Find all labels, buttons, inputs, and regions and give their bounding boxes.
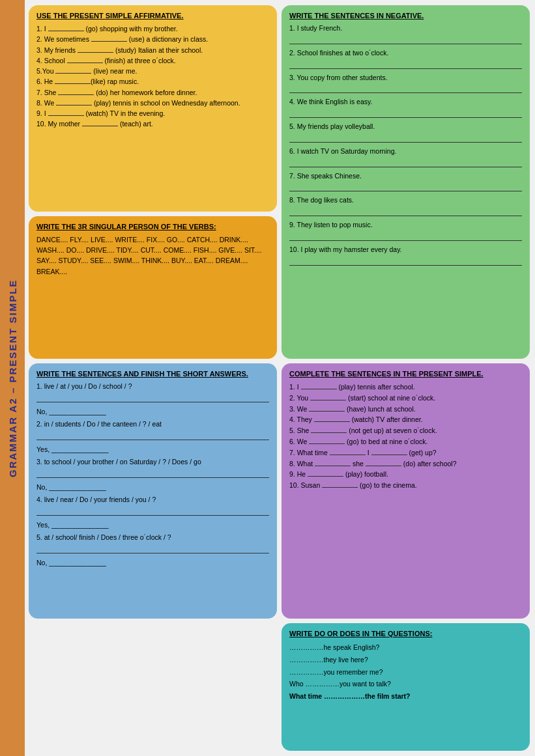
list-item: 1. I study French. (289, 23, 522, 34)
list-item: 2. School finishes at two o´clock. (289, 48, 522, 59)
answer-line (289, 232, 522, 241)
answer-line (36, 469, 269, 478)
list-item: 6. I watch TV on Saturday morning. (289, 147, 522, 157)
main-content: USE THE PRESENT SIMPLE AFFIRMATIVE. 1. I… (25, 0, 535, 756)
card-negative-title: WRITE THE SENTENCES IN NEGATIVE. (289, 12, 522, 20)
short-answer: Yes, _______________ (36, 520, 269, 530)
list-item: 2. We sometimes (use) a dictionary in cl… (36, 34, 269, 44)
list-item: 5. My friends play volleyball. (289, 122, 522, 132)
card-short-answers-title: WRITE THE SENTENCES AND FINISH THE SHORT… (36, 370, 269, 378)
list-item: 1. I (play) tennis after school. (289, 382, 522, 393)
answer-line (289, 35, 522, 44)
card-affirmative-title: USE THE PRESENT SIMPLE AFFIRMATIVE. (36, 12, 269, 20)
list-item: What time ………………the film start? (289, 690, 522, 703)
list-item: 7. She speaks Chinese. (289, 171, 522, 182)
card-short-answers: WRITE THE SENTENCES AND FINISH THE SHORT… (29, 363, 277, 619)
list-item: 7. What time I (get) up? (289, 447, 522, 458)
list-item: Who ……………you want to talk? (289, 678, 522, 690)
card-do-does-title: WRITE DO OR DOES IN THE QUESTIONS: (289, 630, 522, 637)
short-answer: Yes, _______________ (36, 444, 269, 455)
answer-line (289, 60, 522, 69)
list-item: 7. She (do) her homework before dinner. (36, 87, 269, 98)
list-item: 3. We (have) lunch at school. (289, 404, 522, 415)
short-answer: No, _______________ (36, 557, 269, 568)
list-item: 3. My friends (study) Italian at their s… (36, 45, 269, 55)
list-item: 6. We (go) to bed at nine o´clock. (289, 436, 522, 447)
list-item: 5.You (live) near me. (36, 66, 269, 76)
list-item: 10. My mother (teach) art. (36, 119, 269, 129)
list-item: 3. You copy from other students. (289, 73, 522, 83)
list-item: 10. I play with my hamster every day. (289, 245, 522, 255)
list-item: 8. What she (do) after school? (289, 458, 522, 469)
answer-line (289, 84, 522, 93)
list-item: 9. They listen to pop music. (289, 220, 522, 231)
card-verbs: WRITE THE 3R SINGULAR PERSON OF THE VERB… (29, 216, 277, 359)
list-item: 4. They (watch) TV after dinner. (289, 414, 522, 425)
list-item: 2. in / students / Do / the canteen / ? … (36, 419, 269, 430)
answer-line (289, 158, 522, 167)
card-do-does: WRITE DO OR DOES IN THE QUESTIONS: ……………… (282, 623, 530, 751)
answer-line (36, 507, 269, 516)
list-item: 2. You (start) school at nine o´clock. (289, 393, 522, 404)
card-affirmative: USE THE PRESENT SIMPLE AFFIRMATIVE. 1. I… (29, 5, 277, 212)
answer-line (289, 133, 522, 143)
answer-line (289, 182, 522, 191)
list-item: 4. live / near / Do / your friends / you… (36, 495, 269, 505)
answer-line (36, 544, 269, 553)
list-item: 3. to school / your brother / on Saturda… (36, 457, 269, 468)
answer-line (36, 393, 269, 402)
card-negative: WRITE THE SENTENCES IN NEGATIVE. 1. I st… (282, 5, 530, 359)
list-item: ……………he speak English? (289, 641, 522, 654)
card-complete-title: COMPLETE THE SENTENCES IN THE PRESENT SI… (289, 370, 522, 378)
sidebar-label: GRAMMAR A2 – PRESENT SIMPLE (7, 279, 18, 477)
list-item: 4. We think English is easy. (289, 97, 522, 107)
card-negative-list: 1. I study French. 2. School finishes at… (289, 23, 522, 266)
answer-line (289, 109, 522, 118)
short-answer: No, _______________ (36, 482, 269, 492)
answer-line (36, 431, 269, 440)
answer-line (289, 207, 522, 216)
list-item: 6. He (like) rap music. (36, 76, 269, 87)
verb-list: DANCE.... FLY.... LIVE.... WRITE.... FIX… (36, 234, 269, 277)
short-answer: No, _______________ (36, 406, 269, 417)
list-item: 10. Susan (go) to the cinema. (289, 480, 522, 491)
list-item: 8. The dog likes cats. (289, 195, 522, 206)
list-item: 1. live / at / you / Do / school / ? (36, 382, 269, 392)
list-item: 5. at / school/ finish / Does / three o´… (36, 533, 269, 543)
answer-line (289, 257, 522, 266)
list-item: 9. I (watch) TV in the evening. (36, 108, 269, 119)
card-affirmative-list: 1. I (go) shopping with my brother. 2. W… (36, 23, 269, 130)
list-item: ……………they live here? (289, 654, 522, 666)
list-item: ……………you remember me? (289, 666, 522, 679)
list-item: 5. She (not get up) at seven o´clock. (289, 425, 522, 436)
card-verbs-title: WRITE THE 3R SINGULAR PERSON OF THE VERB… (36, 223, 269, 231)
card-complete: COMPLETE THE SENTENCES IN THE PRESENT SI… (282, 363, 530, 619)
list-item: 4. School (finish) at three o´clock. (36, 55, 269, 66)
list-item: 1. I (go) shopping with my brother. (36, 23, 269, 34)
list-item: 9. He (play) football. (289, 469, 522, 480)
list-item: 8. We (play) tennis in school on Wednesd… (36, 98, 269, 108)
sidebar: GRAMMAR A2 – PRESENT SIMPLE (0, 0, 25, 756)
